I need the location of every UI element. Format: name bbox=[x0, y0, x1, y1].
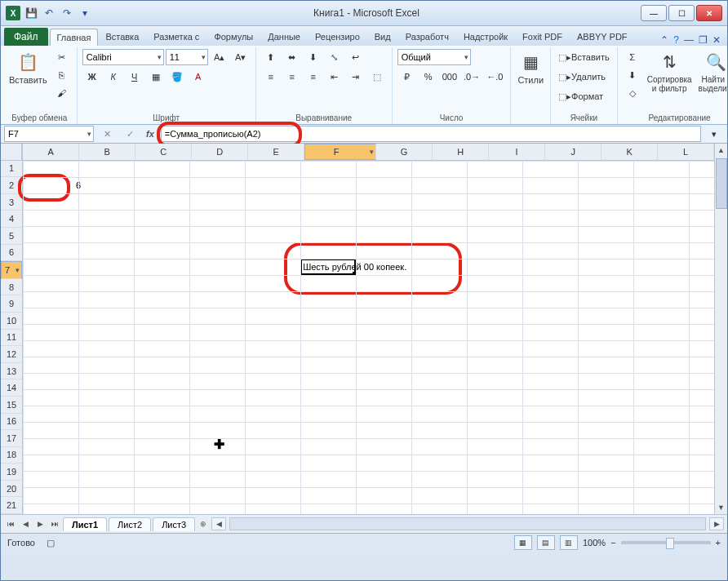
scroll-thumb[interactable] bbox=[716, 158, 727, 209]
row-header-21[interactable]: 21 bbox=[1, 497, 22, 514]
sheet-tab-2[interactable]: Лист2 bbox=[109, 517, 151, 531]
enter-formula-icon[interactable]: ✓ bbox=[120, 126, 140, 142]
row-header-3[interactable]: 3 bbox=[1, 194, 22, 211]
col-header-D[interactable]: D bbox=[192, 144, 248, 160]
zoom-level[interactable]: 100% bbox=[583, 538, 606, 548]
undo-icon[interactable]: ↶ bbox=[42, 6, 56, 20]
row-header-5[interactable]: 5 bbox=[1, 228, 22, 245]
hscroll-track[interactable] bbox=[229, 517, 706, 530]
tab-review[interactable]: Рецензиро bbox=[308, 28, 367, 46]
col-header-B[interactable]: B bbox=[79, 144, 135, 160]
format-painter-icon[interactable]: 🖌 bbox=[52, 85, 72, 101]
tab-formulas[interactable]: Формулы bbox=[206, 28, 260, 46]
row-header-4[interactable]: 4 bbox=[1, 211, 22, 228]
scroll-down-icon[interactable]: ▼ bbox=[715, 501, 727, 514]
wrap-text-icon[interactable]: ↩ bbox=[346, 49, 366, 65]
row-header-8[interactable]: 8 bbox=[1, 279, 22, 296]
merge-icon[interactable]: ⬚ bbox=[367, 69, 387, 85]
row-header-13[interactable]: 13 bbox=[1, 363, 22, 380]
inc-decimal-icon[interactable]: .0→ bbox=[461, 69, 482, 85]
dec-decimal-icon[interactable]: ←.0 bbox=[484, 69, 505, 85]
zoom-slider[interactable] bbox=[621, 541, 711, 544]
align-bottom-icon[interactable]: ⬇ bbox=[304, 49, 323, 65]
row-header-9[interactable]: 9 bbox=[1, 295, 22, 313]
underline-button[interactable]: Ч bbox=[125, 69, 144, 85]
maximize-button[interactable]: ☐ bbox=[668, 5, 695, 21]
tab-view[interactable]: Вид bbox=[367, 28, 398, 46]
orientation-icon[interactable]: ⤡ bbox=[325, 49, 344, 65]
increase-font-icon[interactable]: A▴ bbox=[210, 49, 229, 65]
tab-abbyy[interactable]: ABBYY PDF bbox=[570, 28, 635, 46]
styles-button[interactable]: ▦ Стили bbox=[516, 49, 545, 86]
fx-icon[interactable]: fx bbox=[143, 129, 158, 139]
view-pagebreak-icon[interactable]: ▥ bbox=[560, 535, 578, 550]
view-normal-icon[interactable]: ▦ bbox=[514, 535, 532, 550]
col-header-A[interactable]: A bbox=[23, 144, 79, 160]
row-header-16[interactable]: 16 bbox=[1, 414, 22, 431]
minimize-ribbon-icon[interactable]: ⌃ bbox=[660, 34, 668, 46]
col-header-J[interactable]: J bbox=[545, 144, 601, 160]
save-icon[interactable]: 💾 bbox=[24, 6, 38, 20]
sheet-tab-1[interactable]: Лист1 bbox=[63, 517, 107, 531]
row-header-20[interactable]: 20 bbox=[1, 481, 22, 498]
doc-restore-icon[interactable]: ❐ bbox=[699, 34, 708, 46]
paste-button[interactable]: 📋 Вставить bbox=[7, 49, 49, 86]
cancel-formula-icon[interactable]: ✕ bbox=[97, 126, 117, 142]
indent-inc-icon[interactable]: ⇥ bbox=[346, 69, 366, 85]
tab-insert[interactable]: Вставка bbox=[98, 28, 146, 46]
row-header-19[interactable]: 19 bbox=[1, 463, 22, 481]
vertical-scrollbar[interactable]: ▲ ▼ bbox=[714, 144, 727, 514]
cells-area[interactable]: 6 Шесть рублей 00 копеек. ✚ bbox=[23, 161, 714, 514]
cell-F7[interactable]: Шесть рублей 00 копеек. bbox=[300, 259, 468, 275]
formula-input[interactable]: =Сумма_прописью(A2) bbox=[161, 126, 701, 142]
sheet-nav-first-icon[interactable]: ⏮ bbox=[4, 517, 17, 530]
minimize-button[interactable]: — bbox=[641, 5, 667, 21]
find-select-button[interactable]: 🔍 Найти и выделить bbox=[697, 49, 728, 95]
align-middle-icon[interactable]: ⬌ bbox=[282, 49, 302, 65]
row-header-17[interactable]: 17 bbox=[1, 430, 22, 447]
autosum-icon[interactable]: Σ bbox=[623, 49, 642, 65]
file-tab[interactable]: Файл bbox=[4, 28, 48, 46]
row-header-12[interactable]: 12 bbox=[1, 346, 22, 363]
row-header-6[interactable]: 6 bbox=[1, 245, 22, 262]
tab-home[interactable]: Главная bbox=[50, 29, 99, 46]
format-cells-button[interactable]: ⬚▸ Формат bbox=[556, 88, 606, 104]
fill-icon[interactable]: ⬇ bbox=[623, 67, 642, 83]
col-header-K[interactable]: K bbox=[601, 144, 658, 160]
doc-minimize-icon[interactable]: — bbox=[684, 34, 694, 46]
tab-addins[interactable]: Надстройк bbox=[456, 28, 515, 46]
indent-dec-icon[interactable]: ⇤ bbox=[325, 69, 344, 85]
column-headers[interactable]: ABCDEFGHIJKL bbox=[23, 144, 714, 161]
align-right-icon[interactable]: ≡ bbox=[304, 69, 323, 85]
fill-color-icon[interactable]: 🪣 bbox=[167, 69, 187, 85]
doc-close-icon[interactable]: ✕ bbox=[712, 34, 721, 46]
sheet-nav-prev-icon[interactable]: ◀ bbox=[19, 517, 32, 530]
zoom-knob[interactable] bbox=[666, 538, 674, 549]
row-header-18[interactable]: 18 bbox=[1, 447, 22, 464]
italic-button[interactable]: К bbox=[104, 69, 123, 85]
zoom-out-icon[interactable]: − bbox=[610, 538, 615, 548]
align-left-icon[interactable]: ≡ bbox=[261, 69, 281, 85]
row-header-7[interactable]: 7 bbox=[1, 261, 22, 279]
tab-pagelayout[interactable]: Разметка с bbox=[146, 28, 206, 46]
tab-foxit[interactable]: Foxit PDF bbox=[515, 28, 570, 46]
col-header-C[interactable]: C bbox=[135, 144, 192, 160]
col-header-F[interactable]: F bbox=[304, 144, 376, 160]
font-color-icon[interactable]: A bbox=[189, 69, 208, 85]
col-header-L[interactable]: L bbox=[658, 144, 714, 160]
hscroll-left-icon[interactable]: ◀ bbox=[211, 517, 226, 530]
insert-cells-button[interactable]: ⬚▸ Вставить bbox=[556, 49, 612, 65]
bold-button[interactable]: Ж bbox=[82, 69, 102, 85]
macro-record-icon[interactable]: ▢ bbox=[47, 538, 55, 548]
row-header-1[interactable]: 1 bbox=[1, 161, 22, 178]
sheet-tab-3[interactable]: Лист3 bbox=[153, 517, 195, 531]
row-header-15[interactable]: 15 bbox=[1, 397, 22, 414]
copy-icon[interactable]: ⎘ bbox=[52, 67, 72, 83]
qat-dropdown-icon[interactable]: ▾ bbox=[78, 6, 92, 20]
comma-icon[interactable]: 000 bbox=[440, 69, 459, 85]
delete-cells-button[interactable]: ⬚▸ Удалить bbox=[556, 69, 608, 85]
row-header-2[interactable]: 2 bbox=[1, 177, 22, 194]
percent-icon[interactable]: % bbox=[419, 69, 438, 85]
col-header-I[interactable]: I bbox=[489, 144, 545, 160]
worksheet-grid[interactable]: 123456789101112131415161718192021 ABCDEF… bbox=[1, 144, 727, 514]
